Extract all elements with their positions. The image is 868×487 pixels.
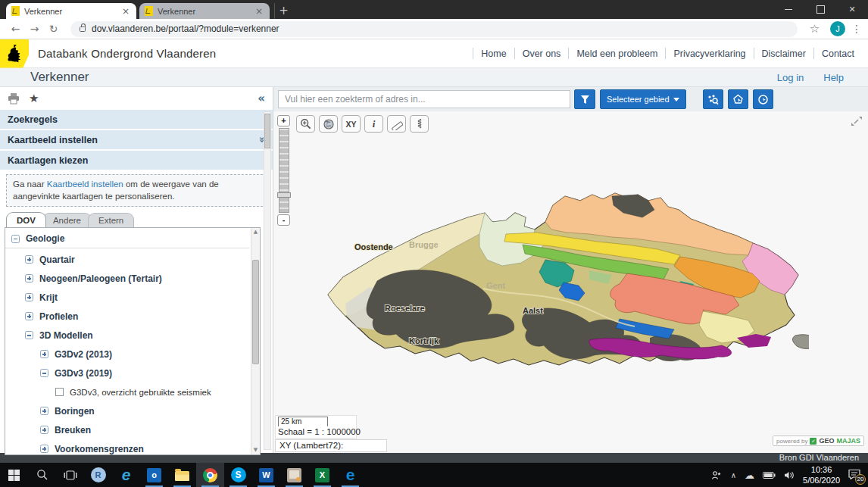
excel-button[interactable]: X [308,463,336,487]
tree-item-3d-modellen[interactable]: 3D Modellen [5,326,260,345]
expand-toggle-icon[interactable] [25,293,33,301]
user-app-button[interactable]: R [84,463,112,487]
search-in-view-button[interactable] [753,89,773,109]
collapse-toggle-icon[interactable] [25,331,33,339]
expand-toggle-icon[interactable] [40,350,48,358]
taskbar-clock[interactable]: 10:36 5/06/2020 [803,464,840,486]
portal-app-button[interactable] [280,463,308,487]
xy-coordinates-button[interactable]: XY [342,115,361,133]
help-link[interactable]: Help [823,72,844,83]
task-view-button[interactable] [56,463,84,487]
nav-privacyverklaring[interactable]: Privacyverklaring [666,48,753,59]
zoom-rectangle-button[interactable] [296,115,315,133]
tab-close-icon[interactable]: × [254,7,264,16]
select-by-polygon-button[interactable] [728,89,748,109]
flanders-geology-map[interactable]: Oostende Brugge Gent Roeselare Kortrijk … [324,190,809,379]
scroll-up-icon[interactable]: ▲ [251,228,260,236]
internet-explorer-button[interactable]: e [112,463,140,487]
expand-toggle-icon[interactable] [40,445,48,453]
browser-tab-1[interactable]: Verkenner × [6,3,136,19]
browser-menu-icon[interactable]: ⋮ [851,23,862,35]
word-button[interactable]: W [252,463,280,487]
zoom-full-extent-button[interactable] [319,115,338,133]
forward-icon[interactable]: → [25,23,44,35]
expand-toggle-icon[interactable] [25,255,33,264]
nav-over-ons[interactable]: Over ons [515,48,569,59]
show-hidden-icons-chevron[interactable]: ∧ [731,471,736,479]
select-area-button[interactable]: Selecteer gebied [600,89,686,109]
favorite-star-icon[interactable]: ★ [29,92,39,105]
skype-button[interactable]: S [224,463,252,487]
chrome-button[interactable] [196,463,224,487]
tree-item-boringen[interactable]: Boringen [5,401,260,420]
tab-dov[interactable]: DOV [6,212,46,227]
kaartbeeld-instellen-link[interactable]: Kaartbeeld instellen [47,180,123,189]
expand-toggle-icon[interactable] [40,426,48,434]
window-close-button[interactable] [836,0,868,19]
window-maximize-button[interactable] [804,0,836,19]
feature-info-button[interactable]: i [364,115,383,133]
map-canvas[interactable]: + - [273,111,868,453]
tab-extern[interactable]: Extern [88,213,134,227]
tree-item-krijt[interactable]: Krijt [5,288,260,307]
reload-icon[interactable]: ↻ [44,23,63,35]
search-objects-button[interactable] [703,89,723,109]
tree-item-breuken[interactable]: Breuken [5,420,260,439]
sidebar-section-kaartlagen-kiezen[interactable]: Kaartlagen kiezen [0,151,273,170]
tree-item-quartair[interactable]: Quartair [5,250,260,269]
edge-button[interactable]: e [336,463,364,487]
scroll-thumb[interactable] [252,260,259,364]
collapse-sidebar-icon[interactable]: « [258,92,265,105]
nav-home[interactable]: Home [473,48,514,59]
expand-toggle-icon[interactable] [25,274,33,283]
start-button[interactable] [0,463,28,487]
nav-contact[interactable]: Contact [814,48,862,59]
file-explorer-button[interactable] [168,463,196,487]
tree-scrollbar[interactable]: ▲ ▼ [251,228,260,454]
collapse-toggle-icon[interactable] [40,369,48,377]
expand-toggle-icon[interactable] [40,407,48,415]
window-minimize-button[interactable] [773,0,804,19]
tab-andere[interactable]: Andere [42,213,92,227]
borehole-tool-button[interactable] [410,115,429,133]
tree-item-geologie[interactable]: Geologie [5,229,249,248]
fullscreen-toggle-icon[interactable] [849,114,864,129]
taskbar-search-button[interactable] [28,463,56,487]
speaker-icon[interactable] [784,471,795,479]
browser-tab-2[interactable]: Verkenner × [139,3,270,19]
scroll-thumb[interactable] [264,114,270,148]
bookmark-star-icon[interactable]: ☆ [805,22,824,36]
url-field[interactable]: dov.vlaanderen.be/portaal/?module=verken… [70,21,798,37]
new-tab-button[interactable]: + [274,3,292,19]
login-link[interactable]: Log in [777,72,804,83]
print-icon[interactable] [8,93,20,105]
onedrive-cloud-icon[interactable]: ☁ [745,470,754,481]
filter-button[interactable] [574,89,595,109]
people-icon[interactable] [711,470,723,480]
zoom-slider-handle[interactable] [277,192,291,198]
zoom-out-button[interactable]: - [277,214,290,226]
tree-item-neogeen-paleogeen[interactable]: Neogeen/Paleogeen (Tertair) [5,269,260,288]
measure-button[interactable] [387,115,406,133]
scroll-down-icon[interactable]: ▼ [251,446,260,454]
sidebar-section-zoekregels[interactable]: Zoekregels [0,110,273,129]
nav-disclaimer[interactable]: Disclaimer [754,48,813,59]
tree-item-g3dv2-2013[interactable]: G3Dv2 (2013) [5,345,260,364]
battery-icon[interactable] [763,472,776,479]
back-icon[interactable]: ← [6,23,25,35]
nav-meld-een-probleem[interactable]: Meld een probleem [569,48,665,59]
profile-avatar[interactable]: J [830,21,845,36]
collapse-toggle-icon[interactable] [11,235,20,243]
outlook-button[interactable]: o [140,463,168,487]
expand-toggle-icon[interactable] [25,312,33,320]
sidebar-section-kaartbeeld-instellen[interactable]: Kaartbeeld instellen » [0,130,273,149]
tree-item-voorkomensgrenzen[interactable]: Voorkomensgrenzen [5,439,260,455]
tree-item-g3dv3-seismiek[interactable]: G3Dv3, overzicht gebruikte seismiek [5,382,260,401]
search-input[interactable] [278,90,570,108]
action-center-button[interactable]: 20 [848,469,860,482]
sidebar-scrollbar[interactable] [264,111,271,450]
tree-item-profielen[interactable]: Profielen [5,307,260,326]
zoom-in-button[interactable]: + [277,115,290,126]
tab-close-icon[interactable]: × [120,7,131,16]
flanders-lion-logo[interactable] [0,39,29,68]
